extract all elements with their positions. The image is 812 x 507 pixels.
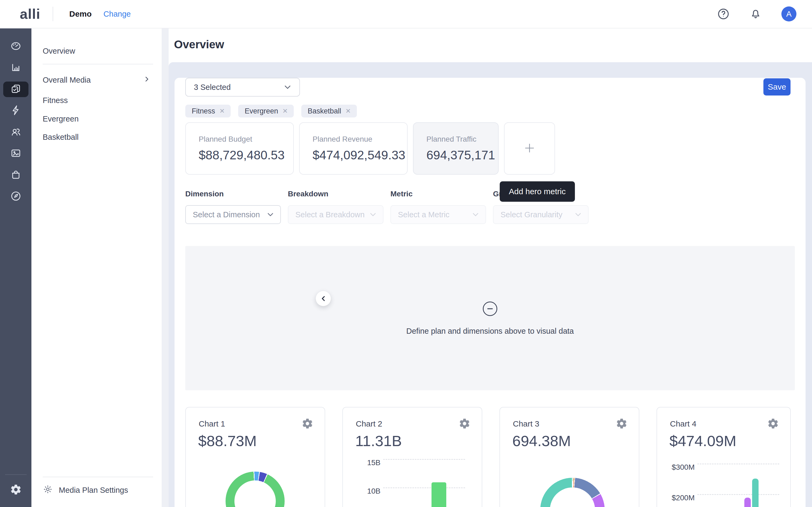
sidebar-item-evergreen[interactable]: Evergreen <box>43 113 162 124</box>
chart-title: Chart 2 <box>356 419 382 429</box>
collapse-sidebar-button[interactable] <box>316 291 331 306</box>
bar <box>744 498 751 507</box>
media-plan-settings-button[interactable]: Media Plan Settings <box>43 484 162 496</box>
tag-fitness: Fitness <box>185 105 231 117</box>
chevron-right-icon <box>143 75 151 85</box>
axis-tick-label: $300M <box>665 463 695 471</box>
sidebar-item-settings[interactable] <box>3 482 29 498</box>
remove-tag-icon[interactable] <box>219 107 225 115</box>
icon-rail <box>0 29 32 507</box>
sidebar-item-analytics[interactable] <box>3 60 29 76</box>
sidebar-item-audiences[interactable] <box>3 124 29 140</box>
sidebar-item-overview[interactable]: Overview <box>43 46 162 56</box>
bar <box>752 478 759 507</box>
chart-filters-row: Dimension Select a Dimension Breakdown S… <box>185 190 795 224</box>
chart-value: 694.38M <box>512 432 571 450</box>
sidebar-spacer <box>43 143 162 469</box>
chart-card-2: 15B10B Chart 2 11.31B <box>342 407 482 507</box>
page-title: Overview <box>174 38 224 51</box>
compass-icon <box>10 190 22 203</box>
chart-card-3: Chart 3 694.38M <box>499 407 639 507</box>
sidebar-item-fitness[interactable]: Fitness <box>43 95 162 106</box>
sidebar-item-dashboard[interactable] <box>3 39 29 54</box>
image-icon <box>10 147 22 160</box>
sidebar-item-basketball[interactable]: Basketball <box>43 132 162 143</box>
tag-evergreen: Evergreen <box>238 105 294 117</box>
top-bar: alli Demo Change A <box>0 0 812 29</box>
chart-cards-row: Chart 1 $88.73M 15B10B Chart 2 <box>185 407 795 507</box>
chart-value: $474.09M <box>669 432 736 450</box>
plus-icon <box>523 142 536 156</box>
remove-tag-icon[interactable] <box>345 107 351 115</box>
app-window: alli Demo Change A <box>0 0 812 507</box>
sidebar-item-creative[interactable] <box>3 146 29 162</box>
avatar[interactable]: A <box>781 6 797 21</box>
sidebar-item-automation[interactable] <box>3 103 29 119</box>
media-plan-icon <box>10 83 22 96</box>
metric-card-planned-budget[interactable]: Planned Budget $88,729,480.53 <box>185 122 294 175</box>
dashboard-icon <box>10 40 22 53</box>
bell-icon[interactable] <box>749 7 762 20</box>
main-content: Overview 3 Selected Save <box>162 29 812 507</box>
selected-plan-tags: Fitness Evergreen Basketball <box>185 105 795 117</box>
metric-filter: Metric Select a Metric <box>391 190 486 224</box>
chevron-left-icon <box>319 294 327 302</box>
shopping-bag-icon <box>10 169 22 182</box>
bar-chart-icon <box>10 61 22 74</box>
bar <box>432 482 446 507</box>
users-icon <box>10 126 22 139</box>
overview-card: 3 Selected Save Fitness <box>174 78 806 507</box>
granularity-select: Select Granularity <box>493 205 589 224</box>
plan-select-row: 3 Selected Save <box>185 78 795 97</box>
chart-settings-gear-icon[interactable] <box>302 418 313 430</box>
overview-panel: 3 Selected Save Fitness <box>169 62 812 507</box>
chart-card-4: $300M$200M Chart 4 $474.09M <box>657 407 791 507</box>
hero-metrics-row: Planned Budget $88,729,480.53 Planned Re… <box>185 122 795 175</box>
chart-settings-gear-icon[interactable] <box>767 418 779 430</box>
gear-icon <box>10 484 22 497</box>
chevron-down-icon <box>266 210 275 219</box>
sidebar-gutter <box>162 29 169 507</box>
gear-icon <box>43 484 53 496</box>
plan-sidebar: Overview Overall Media Fitness Evergreen… <box>32 29 162 507</box>
sidebar-item-shopping[interactable] <box>3 167 29 183</box>
chart-card-1: Chart 1 $88.73M <box>185 407 325 507</box>
change-workspace-link[interactable]: Change <box>103 10 131 18</box>
sidebar-item-overall-media[interactable]: Overall Media <box>43 74 162 85</box>
axis-tick-label: 15B <box>351 458 380 467</box>
chart-settings-gear-icon[interactable] <box>616 418 627 430</box>
chart-title: Chart 1 <box>199 419 225 429</box>
chart-settings-gear-icon[interactable] <box>459 418 470 430</box>
axis-tick-label: $200M <box>665 494 695 502</box>
chevron-down-icon <box>368 210 377 219</box>
axis-tick-label: 10B <box>351 487 380 496</box>
metric-select: Select a Metric <box>391 205 486 224</box>
breakdown-select: Select a Breakdown <box>288 205 384 224</box>
empty-chart-area: Define plan and dimensions above to visu… <box>185 246 795 390</box>
breakdown-filter: Breakdown Select a Breakdown <box>288 190 384 224</box>
add-hero-metric-button[interactable] <box>504 122 555 175</box>
sidebar-item-media-plans[interactable] <box>3 81 29 97</box>
empty-state-text: Define plan and dimensions above to visu… <box>406 327 574 336</box>
chart-value: 11.31B <box>355 432 402 450</box>
metric-card-planned-traffic[interactable]: Planned Traffic 694,375,171 <box>413 122 499 175</box>
chart-value: $88.73M <box>198 432 257 450</box>
chevron-down-icon <box>471 210 480 219</box>
chart-title: Chart 4 <box>670 419 696 429</box>
chart-title: Chart 3 <box>513 419 539 429</box>
dimension-filter: Dimension Select a Dimension <box>185 190 281 224</box>
workspace-name: Demo <box>69 9 92 18</box>
save-button[interactable]: Save <box>763 78 791 96</box>
remove-tag-icon[interactable] <box>283 107 288 115</box>
dimension-select[interactable]: Select a Dimension <box>185 205 281 224</box>
topbar-divider <box>53 7 53 21</box>
sidebar-footer-divider <box>43 477 153 477</box>
minus-circle-icon <box>482 301 498 318</box>
alli-logo: alli <box>17 6 44 22</box>
add-hero-metric-tooltip: Add hero metric <box>500 181 575 202</box>
metric-card-planned-revenue[interactable]: Planned Revenue $474,092,549.33 <box>299 122 408 175</box>
sidebar-item-explore[interactable] <box>3 189 29 205</box>
help-icon[interactable] <box>717 7 730 20</box>
chevron-down-icon <box>283 82 292 92</box>
plan-multiselect[interactable]: 3 Selected <box>185 78 300 97</box>
